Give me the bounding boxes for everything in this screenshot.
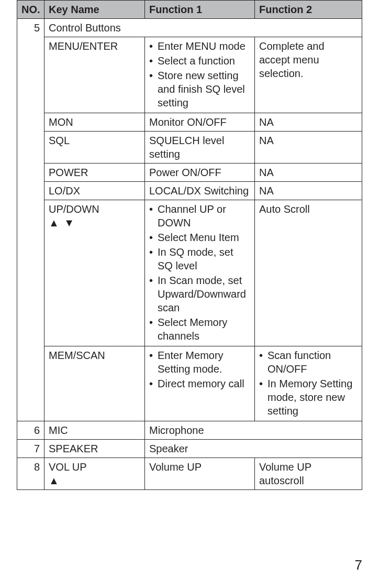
header-no: NO. — [17, 1, 44, 19]
row-7: 7 SPEAKER Speaker — [17, 440, 362, 458]
list-item: In SQ mode, set SQ level — [149, 245, 250, 273]
key-memscan: MEM/SCAN — [44, 346, 145, 421]
row-8-f1: Volume UP — [145, 458, 255, 490]
row-8-no: 8 — [17, 458, 44, 490]
row-7-no: 7 — [17, 440, 44, 458]
list-item: Select Memory channels — [149, 315, 250, 343]
list-item: Store new setting and finish SQ level se… — [149, 69, 250, 110]
key-menu-enter: MENU/ENTER — [44, 37, 145, 113]
header-key: Key Name — [44, 1, 145, 19]
f1-sql: SQUELCH level setting — [145, 132, 255, 164]
f2-sql: NA — [255, 132, 362, 164]
f2-power: NA — [255, 164, 362, 182]
list-item: Select Menu Item — [149, 231, 250, 244]
row-7-key: SPEAKER — [44, 440, 145, 458]
up-down-arrows-icon: ▲ ▼ — [49, 217, 75, 228]
row-mon: MON Monitor ON/OFF NA — [17, 113, 362, 132]
page-content: NO. Key Name Function 1 Function 2 5 Con… — [0, 0, 379, 490]
list-item: Enter MENU mode — [149, 39, 250, 53]
row-5-no: 5 — [17, 19, 44, 421]
row-power: POWER Power ON/OFF NA — [17, 164, 362, 182]
list-item: In Scan mode, set Upward/Downward scan — [149, 274, 250, 314]
list-item: Direct memory call — [149, 377, 250, 390]
row-updown: UP/DOWN ▲ ▼ Channel UP or DOWN Select Me… — [17, 200, 362, 346]
row-8: 8 VOL UP ▲ Volume UP Volume UP autoscrol… — [17, 458, 362, 490]
key-lodx: LO/DX — [44, 182, 145, 200]
row-sql: SQL SQUELCH level setting NA — [17, 132, 362, 164]
list-item: In Memory Setting mode, store new settin… — [259, 377, 358, 418]
list-item: Scan function ON/OFF — [259, 349, 358, 376]
f2-lodx: NA — [255, 182, 362, 200]
header-f2: Function 2 — [255, 1, 362, 19]
row-6: 6 MIC Microphone — [17, 421, 362, 440]
f1-mon: Monitor ON/OFF — [145, 113, 255, 132]
row-8-key-text: VOL UP — [49, 461, 87, 473]
key-power: POWER — [44, 164, 145, 182]
function-table: NO. Key Name Function 1 Function 2 5 Con… — [17, 0, 362, 490]
row-6-key: MIC — [44, 421, 145, 440]
key-mon: MON — [44, 113, 145, 132]
list-item: Select a function — [149, 54, 250, 68]
up-arrow-icon: ▲ — [49, 475, 60, 486]
key-updown: UP/DOWN ▲ ▼ — [44, 200, 145, 346]
row-5-title: 5 Control Buttons — [17, 19, 362, 37]
row-memscan: MEM/SCAN Enter Memory Setting mode. Dire… — [17, 346, 362, 421]
key-sql: SQL — [44, 132, 145, 164]
f2-updown: Auto Scroll — [255, 200, 362, 346]
row-6-no: 6 — [17, 421, 44, 440]
f2-memscan: Scan function ON/OFF In Memory Setting m… — [255, 346, 362, 421]
row-lodx: LO/DX LOCAL/DX Switching NA — [17, 182, 362, 200]
list-item: Channel UP or DOWN — [149, 202, 250, 230]
page-number: 7 — [355, 557, 362, 573]
f1-updown: Channel UP or DOWN Select Menu Item In S… — [145, 200, 255, 346]
row-6-desc: Microphone — [145, 421, 362, 440]
list-item: Enter Memory Setting mode. — [149, 349, 250, 376]
row-8-key: VOL UP ▲ — [44, 458, 145, 490]
row-8-f2: Volume UP autoscroll — [255, 458, 362, 490]
header-f1: Function 1 — [145, 1, 255, 19]
f2-menu-enter: Complete and accept menu selection. — [255, 37, 362, 113]
f1-menu-enter: Enter MENU mode Select a function Store … — [145, 37, 255, 113]
row-menu-enter: MENU/ENTER Enter MENU mode Select a func… — [17, 37, 362, 113]
f1-power: Power ON/OFF — [145, 164, 255, 182]
f1-lodx: LOCAL/DX Switching — [145, 182, 255, 200]
row-5-group-title: Control Buttons — [44, 19, 362, 37]
key-updown-text: UP/DOWN — [49, 203, 99, 215]
f1-memscan: Enter Memory Setting mode. Direct memory… — [145, 346, 255, 421]
row-7-desc: Speaker — [145, 440, 362, 458]
table-header-row: NO. Key Name Function 1 Function 2 — [17, 1, 362, 19]
f2-mon: NA — [255, 113, 362, 132]
